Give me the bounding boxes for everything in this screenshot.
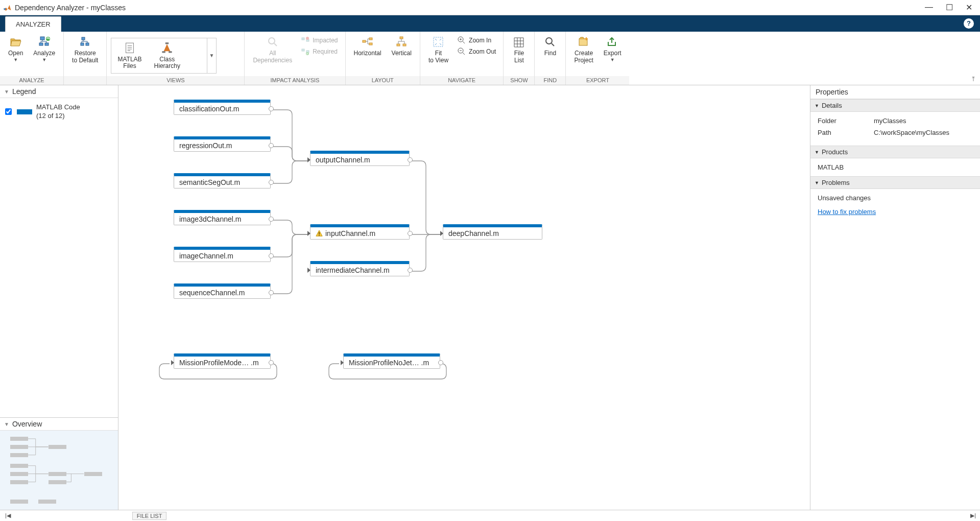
layout-horizontal-button[interactable]: Horizontal (350, 35, 386, 58)
node-regressionOut[interactable]: regressionOut.m (174, 136, 271, 152)
matlab-logo-icon (3, 3, 12, 12)
maximize-button[interactable]: ☐ (946, 3, 953, 12)
svg-rect-21 (400, 37, 403, 39)
svg-rect-10 (165, 42, 169, 44)
view-matlab-files[interactable]: MATLAB Files (111, 38, 148, 73)
scroll-left-button[interactable]: |◀ (0, 512, 16, 519)
products-body: MATLAB (810, 158, 980, 176)
svg-rect-0 (40, 37, 44, 40)
properties-panel: Properties ▼Details FoldermyClasses Path… (810, 85, 980, 510)
node-image3dChannel[interactable]: image3dChannel.m (174, 210, 271, 225)
svg-rect-1 (39, 43, 43, 45)
legend-item-matlab-code[interactable]: MATLAB Code (12 of 12) (5, 103, 113, 121)
file-list-button[interactable]: File List (508, 35, 530, 65)
svg-rect-30 (319, 234, 320, 235)
collapse-toolstrip-button[interactable]: ⤒ (971, 76, 976, 83)
node-semanticSegOut[interactable]: semanticSegOut.m (174, 173, 271, 188)
warning-icon (316, 230, 323, 237)
toolstrip: Open ▼ Analyze ▼ ANALYZE Restore to Defa… (0, 32, 980, 85)
window-title: Dependency Analyzer - myClasses (15, 4, 925, 12)
node-outputChannel[interactable]: outputChannel.m (310, 151, 410, 166)
group-find: Find FIND (535, 32, 566, 85)
group-layout: Horizontal Vertical LAYOUT (346, 32, 420, 85)
vertical-layout-icon (395, 36, 408, 48)
svg-rect-12 (302, 38, 304, 40)
details-body: FoldermyClasses PathC:\workSpace\myClass… (810, 112, 980, 146)
find-button[interactable]: Find (539, 35, 561, 58)
legend-body: MATLAB Code (12 of 12) (0, 98, 118, 417)
overview-panel: ▼ Overview (0, 417, 118, 510)
svg-rect-20 (369, 43, 372, 45)
overview-minimap[interactable] (0, 431, 118, 510)
svg-point-11 (269, 38, 275, 44)
statusbar: |◀ FILE LIST ▶| (0, 510, 980, 521)
restore-default-button[interactable]: Restore to Default (68, 35, 102, 65)
svg-rect-23 (403, 44, 406, 46)
svg-rect-6 (86, 43, 89, 45)
views-dropdown[interactable]: ▼ (207, 38, 216, 73)
zoom-out-icon (458, 48, 466, 56)
fit-to-view-button[interactable]: Fit to View (424, 35, 452, 65)
analyze-button[interactable]: Analyze ▼ (29, 35, 59, 63)
legend-checkbox[interactable] (5, 108, 12, 115)
required-icon (301, 48, 309, 56)
all-dependencies-button: All Dependencies (249, 35, 296, 65)
how-to-fix-link[interactable]: How to fix problems (818, 208, 876, 216)
chevron-down-icon: ▼ (4, 89, 9, 94)
section-problems[interactable]: ▼Problems (810, 176, 980, 189)
main-area: ▼ Legend MATLAB Code (12 of 12) ▼ Overvi… (0, 85, 980, 510)
svg-rect-5 (81, 43, 84, 45)
properties-title: Properties (810, 85, 980, 99)
section-products[interactable]: ▼Products (810, 146, 980, 158)
ribbon-tab-bar: ANALYZER ? (0, 15, 980, 32)
folder-open-icon (10, 36, 22, 48)
node-imageChannel[interactable]: imageChannel.m (174, 247, 271, 262)
node-deepChannel[interactable]: deepChannel.m (443, 224, 542, 240)
node-missionProfileMode[interactable]: MissionProfileMode… .m (174, 353, 271, 369)
svg-point-27 (546, 38, 552, 44)
chevron-down-icon: ▼ (4, 421, 9, 427)
create-project-button[interactable]: Create Project (570, 35, 597, 65)
zoom-out-button[interactable]: Zoom Out (455, 46, 499, 57)
close-button[interactable]: ✕ (966, 3, 972, 12)
section-details[interactable]: ▼Details (810, 99, 980, 112)
minimize-button[interactable]: — (925, 3, 933, 12)
export-icon (606, 36, 618, 48)
grid-icon (513, 36, 525, 48)
impacted-icon (301, 36, 309, 44)
svg-rect-2 (45, 43, 49, 45)
required-button: Required (298, 46, 341, 57)
group-views: MATLAB Files Class Hierarchy ▼ VIEWS (107, 32, 245, 85)
zoom-in-button[interactable]: Zoom In (455, 35, 499, 46)
dependency-canvas[interactable]: classificationOut.m regressionOut.m sema… (118, 85, 810, 510)
svg-rect-29 (319, 232, 320, 234)
titlebar: Dependency Analyzer - myClasses — ☐ ✕ (0, 0, 980, 15)
legend-color-swatch (17, 109, 32, 114)
view-class-hierarchy[interactable]: Class Hierarchy (148, 38, 186, 73)
help-icon[interactable]: ? (964, 18, 974, 29)
impacted-button: Impacted (298, 35, 341, 46)
svg-rect-9 (169, 51, 172, 53)
overview-header[interactable]: ▼ Overview (0, 418, 118, 431)
tab-analyzer[interactable]: ANALYZER (5, 16, 61, 32)
horizontal-layout-icon (362, 36, 374, 48)
left-panel: ▼ Legend MATLAB Code (12 of 12) ▼ Overvi… (0, 85, 118, 510)
node-classificationOut[interactable]: classificationOut.m (174, 100, 271, 115)
export-button[interactable]: Export ▼ (600, 35, 626, 63)
zoom-in-icon (458, 36, 466, 44)
open-button[interactable]: Open ▼ (4, 35, 27, 63)
svg-rect-24 (434, 37, 443, 46)
scroll-right-button[interactable]: ▶| (970, 512, 980, 519)
create-project-icon (578, 36, 590, 48)
fit-view-icon (432, 36, 444, 48)
node-sequenceChannel[interactable]: sequenceChannel.m (174, 283, 271, 299)
node-missionProfileNoJet[interactable]: MissionProfileNoJet… .m (343, 353, 440, 369)
node-inputChannel[interactable]: inputChannel.m (310, 224, 410, 240)
analyze-icon (38, 36, 51, 48)
node-intermediateChannel[interactable]: intermediateChannel.m (310, 261, 410, 276)
search-icon (544, 36, 556, 48)
svg-rect-8 (162, 51, 165, 53)
file-list-tab[interactable]: FILE LIST (132, 512, 167, 520)
layout-vertical-button[interactable]: Vertical (388, 35, 416, 58)
legend-header[interactable]: ▼ Legend (0, 85, 118, 98)
